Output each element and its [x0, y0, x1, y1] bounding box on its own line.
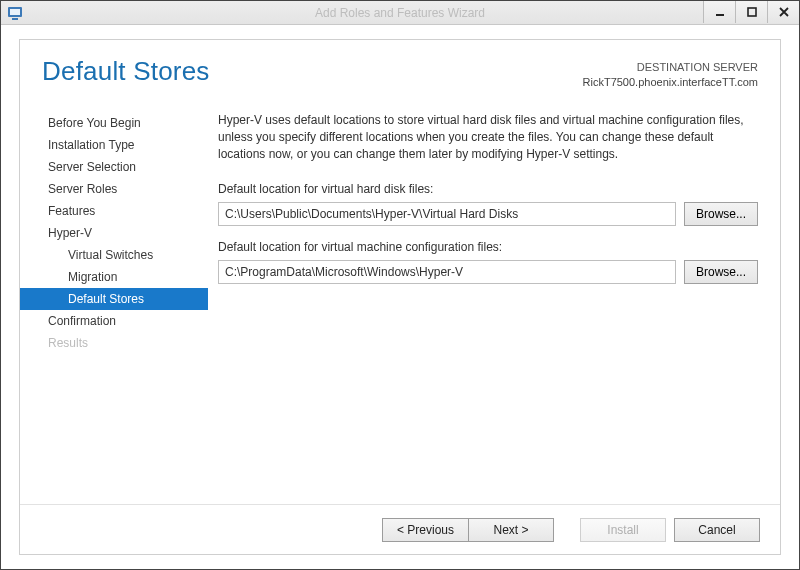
intro-text: Hyper-V uses default locations to store …	[218, 112, 758, 164]
cfg-location-row: Browse...	[218, 260, 758, 284]
sidebar-item-default-stores[interactable]: Default Stores	[20, 288, 208, 310]
sidebar-item-hyper-v[interactable]: Hyper-V	[20, 222, 208, 244]
sidebar-item-server-roles[interactable]: Server Roles	[20, 178, 208, 200]
cfg-location-input[interactable]	[218, 260, 676, 284]
vhd-location-input[interactable]	[218, 202, 676, 226]
svg-rect-2	[12, 18, 18, 20]
wizard-window: Add Roles and Features Wizard Default St…	[0, 0, 800, 570]
install-button: Install	[580, 518, 666, 542]
sidebar: Before You Begin Installation Type Serve…	[20, 96, 208, 504]
cancel-button[interactable]: Cancel	[674, 518, 760, 542]
footer: < Previous Next > Install Cancel	[20, 504, 780, 554]
vhd-browse-button[interactable]: Browse...	[684, 202, 758, 226]
app-icon	[7, 5, 23, 21]
window-controls	[703, 1, 799, 24]
client-area: Default Stores DESTINATION SERVER RickT7…	[1, 25, 799, 569]
destination-server: RickT7500.phoenix.interfaceTT.com	[583, 75, 758, 90]
svg-rect-4	[748, 8, 756, 16]
main-content: Hyper-V uses default locations to store …	[208, 96, 780, 504]
svg-rect-1	[10, 9, 20, 15]
window-title: Add Roles and Features Wizard	[1, 6, 799, 20]
cfg-location-label: Default location for virtual machine con…	[218, 240, 758, 254]
minimize-button[interactable]	[703, 1, 735, 23]
header-row: Default Stores DESTINATION SERVER RickT7…	[20, 40, 780, 96]
sidebar-item-before-you-begin[interactable]: Before You Begin	[20, 112, 208, 134]
destination-label: DESTINATION SERVER	[583, 60, 758, 75]
vhd-location-label: Default location for virtual hard disk f…	[218, 182, 758, 196]
sidebar-item-results: Results	[20, 332, 208, 354]
sidebar-item-migration[interactable]: Migration	[20, 266, 208, 288]
sidebar-item-confirmation[interactable]: Confirmation	[20, 310, 208, 332]
svg-rect-3	[716, 14, 724, 16]
close-button[interactable]	[767, 1, 799, 23]
destination-block: DESTINATION SERVER RickT7500.phoenix.int…	[583, 56, 758, 90]
sidebar-item-features[interactable]: Features	[20, 200, 208, 222]
sidebar-item-virtual-switches[interactable]: Virtual Switches	[20, 244, 208, 266]
previous-button[interactable]: < Previous	[382, 518, 468, 542]
page-title: Default Stores	[42, 56, 210, 87]
prev-next-pair: < Previous Next >	[382, 518, 554, 542]
inner-panel: Default Stores DESTINATION SERVER RickT7…	[19, 39, 781, 555]
vhd-location-row: Browse...	[218, 202, 758, 226]
sidebar-item-installation-type[interactable]: Installation Type	[20, 134, 208, 156]
titlebar: Add Roles and Features Wizard	[1, 1, 799, 25]
body: Before You Begin Installation Type Serve…	[20, 96, 780, 504]
next-button[interactable]: Next >	[468, 518, 554, 542]
cfg-browse-button[interactable]: Browse...	[684, 260, 758, 284]
sidebar-item-server-selection[interactable]: Server Selection	[20, 156, 208, 178]
maximize-button[interactable]	[735, 1, 767, 23]
